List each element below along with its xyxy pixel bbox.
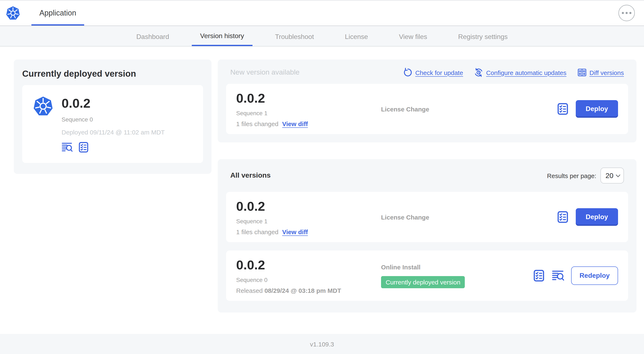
results-per-page-select[interactable]: 20	[600, 168, 624, 183]
app-subnav: Dashboard Version history Troubleshoot L…	[0, 26, 644, 47]
version-meta: License Change	[381, 105, 556, 113]
view-logs-button[interactable]	[62, 142, 73, 153]
current-version-actions	[62, 142, 165, 153]
preflight-checks-button[interactable]	[532, 269, 545, 282]
version-number: 0.0.2	[236, 257, 381, 272]
new-version-title: New version available	[230, 68, 300, 77]
currently-deployed-panel: Currently deployed version 0.0.2 Sequenc…	[14, 60, 212, 174]
version-actions: Redeploy	[532, 266, 618, 285]
view-diff-link[interactable]: View diff	[282, 120, 308, 127]
all-versions-panel: All versions Results per page: 20 0.0	[218, 159, 636, 312]
logs-icon	[552, 269, 564, 282]
deploy-button[interactable]: Deploy	[576, 208, 618, 226]
diff-panels-icon	[577, 68, 586, 77]
diff-versions-link[interactable]: Diff versions	[577, 68, 624, 77]
version-info: 0.0.2 Sequence 1 1 files changedView dif…	[236, 199, 381, 235]
checklist-icon	[556, 103, 569, 115]
tab-label: Troubleshoot	[275, 33, 314, 41]
version-sequence: Sequence 0	[236, 276, 381, 283]
version-source: Online Install	[381, 263, 420, 270]
kubernetes-logo-icon	[33, 96, 53, 116]
current-version-card: 0.0.2 Sequence 0 Deployed 09/11/24 @ 11:…	[22, 85, 203, 163]
tab-label: Registry settings	[458, 33, 508, 41]
results-per-page: Results per page: 20	[547, 168, 624, 183]
tab-label: Dashboard	[136, 33, 169, 41]
version-source: License Change	[381, 213, 429, 221]
version-row: 0.0.2 Sequence 1 1 files changedView dif…	[226, 192, 628, 242]
clock-sync-icon	[474, 68, 483, 77]
current-version-info: 0.0.2 Sequence 0 Deployed 09/11/24 @ 11:…	[62, 96, 165, 153]
version-number: 0.0.2	[236, 199, 381, 214]
link-label: Check for update	[415, 69, 463, 76]
view-diff-link[interactable]: View diff	[282, 228, 308, 235]
currently-deployed-title: Currently deployed version	[22, 69, 203, 79]
link-label: Configure automatic updates	[486, 69, 566, 76]
more-menu-button[interactable]	[618, 5, 635, 21]
version-actions: Deploy	[556, 100, 618, 118]
tab-registry-settings[interactable]: Registry settings	[450, 26, 516, 46]
currently-deployed-badge: Currently deployed version	[381, 276, 465, 288]
new-version-row: 0.0.2 Sequence 1 1 files changedView dif…	[226, 84, 628, 134]
files-changed-count: 1 files changed	[236, 228, 278, 235]
check-for-update-link[interactable]: Check for update	[403, 68, 463, 77]
tab-troubleshoot[interactable]: Troubleshoot	[267, 26, 322, 46]
view-logs-button[interactable]	[552, 269, 564, 282]
version-meta: Online Install Currently deployed versio…	[381, 263, 532, 288]
app-title: Application	[39, 9, 76, 17]
redeploy-button[interactable]: Redeploy	[571, 266, 618, 285]
version-info: 0.0.2 Sequence 1 1 files changedView dif…	[236, 91, 381, 127]
link-label: Diff versions	[589, 69, 624, 76]
preflight-checks-button[interactable]	[556, 103, 569, 115]
files-changed: 1 files changedView diff	[236, 228, 381, 235]
checklist-icon	[78, 142, 89, 153]
checklist-icon	[532, 269, 545, 282]
results-per-page-label: Results per page:	[547, 172, 596, 179]
tab-version-history[interactable]: Version history	[192, 26, 252, 46]
tab-label: View files	[399, 33, 427, 41]
new-version-panel: New version available Check for update C…	[218, 60, 636, 142]
version-number: 0.0.2	[62, 96, 165, 111]
update-actions: Check for update Configure automatic upd…	[403, 68, 624, 77]
tab-dashboard[interactable]: Dashboard	[128, 26, 178, 46]
released-timestamp: Released 08/29/24 @ 03:18 pm MDT	[236, 287, 381, 294]
app-footer: v1.109.3	[0, 334, 644, 354]
app-nav-tab[interactable]: Application	[32, 1, 84, 26]
version-history-page: Currently deployed version 0.0.2 Sequenc…	[0, 47, 644, 334]
version-sequence: Sequence 1	[236, 218, 381, 224]
version-sequence: Sequence 1	[236, 110, 381, 116]
version-meta: License Change	[381, 213, 556, 221]
released-label: Released	[236, 287, 263, 294]
tab-view-files[interactable]: View files	[391, 26, 436, 46]
checklist-icon	[556, 211, 569, 223]
released-date: 08/29/24 @ 03:18 pm MDT	[264, 287, 341, 294]
version-sequence: Sequence 0	[62, 116, 165, 123]
files-changed: 1 files changedView diff	[236, 120, 381, 127]
admin-console: Application Dashboard Version history Tr…	[0, 0, 644, 354]
all-versions-title: All versions	[230, 171, 271, 180]
version-row: 0.0.2 Sequence 0 Released 08/29/24 @ 03:…	[226, 250, 628, 301]
logs-icon	[62, 142, 73, 153]
deployed-timestamp: Deployed 09/11/24 @ 11:02 am MDT	[62, 129, 165, 136]
tab-label: License	[345, 33, 368, 41]
refresh-icon	[403, 68, 412, 77]
version-number: 0.0.2	[236, 91, 381, 106]
all-versions-header: All versions Results per page: 20	[226, 168, 628, 183]
kubernetes-logo-icon	[6, 6, 20, 20]
results-per-page-select-wrap: 20	[600, 168, 624, 183]
tab-label: Version history	[200, 32, 244, 40]
preflight-checks-button[interactable]	[78, 142, 89, 153]
files-changed-count: 1 files changed	[236, 120, 278, 127]
deploy-button[interactable]: Deploy	[576, 100, 618, 118]
version-source: License Change	[381, 105, 429, 113]
preflight-checks-button[interactable]	[556, 211, 569, 223]
app-header: Application	[0, 0, 644, 26]
ellipsis-icon	[622, 12, 632, 14]
versions-column: New version available Check for update C…	[218, 60, 636, 334]
tab-license[interactable]: License	[336, 26, 376, 46]
new-version-header: New version available Check for update C…	[226, 68, 628, 77]
console-version: v1.109.3	[310, 340, 334, 347]
version-info: 0.0.2 Sequence 0 Released 08/29/24 @ 03:…	[236, 257, 381, 294]
configure-automatic-updates-link[interactable]: Configure automatic updates	[474, 68, 566, 77]
version-actions: Deploy	[556, 208, 618, 226]
